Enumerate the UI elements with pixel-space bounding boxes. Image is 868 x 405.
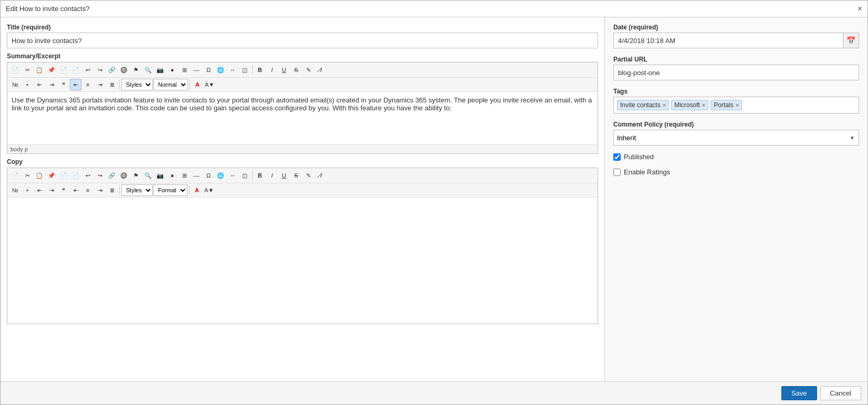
copy-styles-select[interactable]: Styles [121,184,153,196]
ctb-show-blocks[interactable]: ◫ [239,170,250,181]
tb-paste[interactable]: 📌 [46,64,57,76]
tb-hline[interactable]: ― [191,64,202,76]
tb-align-center[interactable]: ≡ [82,79,93,90]
save-button[interactable]: Save [781,386,817,400]
ctb-paste[interactable]: 📌 [46,170,57,181]
cancel-button[interactable]: Cancel [820,386,861,400]
ctb-table[interactable]: ⊞ [179,170,190,181]
tb-italic[interactable]: I [266,64,278,76]
tb-align-right[interactable]: ⇥ [94,79,106,90]
ctb-new-doc[interactable]: 📄 [9,170,21,181]
tb-highlight-color[interactable]: A▼ [204,79,215,90]
tb-align-left[interactable]: ⇤ [70,79,81,90]
ctb-unordered-list[interactable]: • [22,184,33,196]
ctb-paste-word[interactable]: 📄 [70,170,81,181]
published-label: Published [624,153,654,161]
tags-container[interactable]: Invite contacts × Microsoft × Portals × [613,97,859,113]
ctb-underline[interactable]: U [278,170,290,181]
ctb-remove-format[interactable]: I̸ [315,170,326,181]
tb-remove-format[interactable]: I̸ [315,64,326,76]
ctb-subscript[interactable]: ✎ [302,170,314,181]
tb-subscript[interactable]: ✎ [302,64,314,76]
tag-portals-remove[interactable]: × [736,102,739,108]
tb-maximize[interactable]: ↔ [227,64,238,76]
calendar-button[interactable]: 📅 [843,33,859,48]
summary-text: Use the Dynamics 365 portals invitation … [12,96,592,112]
tb-underline[interactable]: U [278,64,290,76]
ctb-paste-text[interactable]: 📄 [58,170,69,181]
ctb-italic[interactable]: I [266,170,278,181]
tb-new-doc[interactable]: 📄 [9,64,21,76]
tb-unlink[interactable]: 🔘 [118,64,130,76]
tb-link[interactable]: 🔗 [106,64,118,76]
format-select[interactable]: Format [153,184,187,196]
ctb-blockquote[interactable]: ❝ [58,184,69,196]
tb-redo[interactable]: ↪ [94,64,106,76]
tb-flash[interactable]: ● [166,64,178,76]
comment-policy-select-wrapper: Inherit Open Moderated Closed [613,130,859,146]
ctb-find[interactable]: 🔍 [142,170,154,181]
ctb-font-color[interactable]: A [191,184,203,196]
published-checkbox[interactable] [613,153,621,161]
tb-paste-text[interactable]: 📄 [58,64,69,76]
ctb-unlink[interactable]: 🔘 [118,170,130,181]
ctb-copy[interactable]: 📋 [34,170,45,181]
copy-editor-content[interactable] [7,198,598,324]
styles-select[interactable]: Styles [121,79,153,90]
tb-unordered-list[interactable]: • [22,79,33,90]
title-input[interactable] [7,33,598,48]
tb-special-char[interactable]: Ω [203,64,214,76]
tb-anchor[interactable]: ⚑ [130,64,142,76]
date-input[interactable] [614,35,843,47]
ctb-iframe[interactable]: 🌐 [215,170,226,181]
tag-invite-contacts-remove[interactable]: × [663,102,666,108]
tb-table[interactable]: ⊞ [179,64,190,76]
ctb-special-char[interactable]: Ω [203,170,214,181]
partial-url-input[interactable] [613,65,859,80]
ctb-indent[interactable]: ⇥ [46,184,57,196]
tb-align-justify[interactable]: ≣ [106,79,118,90]
ctb-highlight-color[interactable]: A▼ [203,184,215,196]
tag-portals: Portals × [710,100,742,110]
tb-image[interactable]: 📷 [154,64,166,76]
tag-microsoft-remove[interactable]: × [702,102,705,108]
ctb-link[interactable]: 🔗 [106,170,118,181]
tb-blockquote[interactable]: ❝ [58,79,69,90]
ctb-strikethrough[interactable]: S [290,170,302,181]
comment-policy-select[interactable]: Inherit Open Moderated Closed [613,130,859,146]
tb-indent[interactable]: ⇥ [46,79,57,90]
ctb-align-justify[interactable]: ≣ [106,184,118,196]
csep3 [189,185,190,195]
tb-ordered-list[interactable]: № [9,79,21,90]
summary-statusbar: body p [7,144,598,153]
ctb-image[interactable]: 📷 [154,170,166,181]
tb-cut[interactable]: ✂ [22,64,33,76]
ctb-ordered-list[interactable]: № [9,184,21,196]
ctb-redo[interactable]: ↪ [94,170,106,181]
tb-font-color[interactable]: A [192,79,203,90]
ctb-cut[interactable]: ✂ [22,170,33,181]
ctb-anchor[interactable]: ⚑ [130,170,142,181]
normal-select[interactable]: Normal [153,79,188,90]
summary-editor-content[interactable]: Use the Dynamics 365 portals invitation … [7,92,598,144]
tb-undo[interactable]: ↩ [82,64,93,76]
ctb-undo[interactable]: ↩ [82,170,93,181]
tb-show-blocks[interactable]: ◫ [239,64,250,76]
ctb-align-left[interactable]: ⇤ [70,184,81,196]
ctb-maximize[interactable]: ↔ [227,170,238,181]
ctb-bold[interactable]: B [254,170,266,181]
enable-ratings-checkbox[interactable] [613,169,621,176]
tb-copy[interactable]: 📋 [34,64,45,76]
ctb-align-center[interactable]: ≡ [82,184,93,196]
ctb-align-right[interactable]: ⇥ [94,184,106,196]
tb-iframe[interactable]: 🌐 [215,64,226,76]
tb-outdent[interactable]: ⇤ [34,79,45,90]
close-button[interactable]: × [857,5,862,13]
tb-bold[interactable]: B [254,64,266,76]
tb-find[interactable]: 🔍 [142,64,154,76]
ctb-hline[interactable]: ― [191,170,202,181]
ctb-outdent[interactable]: ⇤ [34,184,45,196]
tb-strikethrough[interactable]: S [290,64,302,76]
tb-paste-word[interactable]: 📄 [70,64,81,76]
ctb-flash[interactable]: ● [166,170,178,181]
